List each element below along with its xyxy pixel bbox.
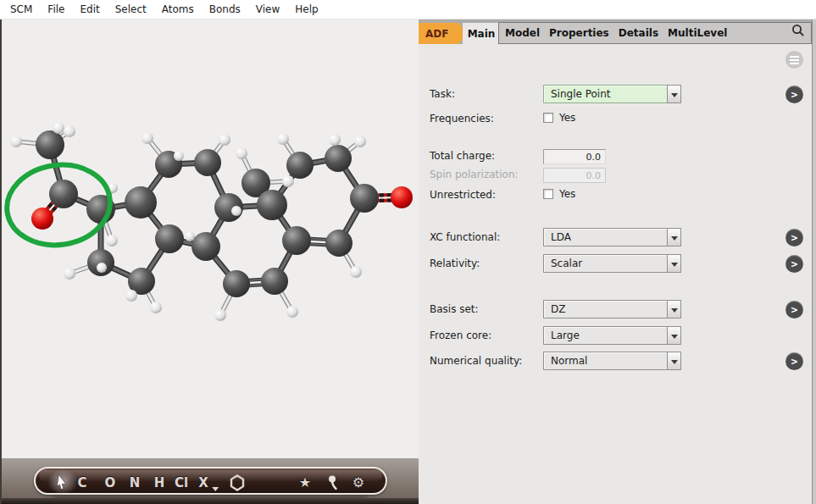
star-icon: ★ <box>299 474 311 490</box>
menu-item-scm[interactable]: SCM <box>3 1 40 18</box>
numerical-quality-details-arrow-button[interactable]: > <box>785 352 803 370</box>
basis-set-label: Basis set: <box>430 303 479 315</box>
hydrogen-atom[interactable] <box>174 151 184 161</box>
frozen-core-dropdown[interactable]: Large <box>543 326 681 345</box>
menu-item-view[interactable]: View <box>248 1 287 18</box>
tab-details[interactable]: Details <box>619 27 658 39</box>
hydrogen-atom[interactable] <box>53 122 64 134</box>
element-c-button[interactable]: C <box>77 468 86 496</box>
carbon-atom[interactable] <box>194 149 221 176</box>
hydrogen-atom[interactable] <box>231 206 241 216</box>
relativity-dropdown-arrow-icon[interactable] <box>667 254 681 273</box>
hydrogen-atom[interactable] <box>64 125 75 137</box>
carbon-atom[interactable] <box>192 232 220 261</box>
carbon-atom[interactable] <box>350 184 379 213</box>
hexagon-ring-icon <box>230 474 245 491</box>
frozen-core-dropdown-arrow-icon[interactable] <box>667 326 681 345</box>
carbon-atom[interactable] <box>36 130 64 159</box>
hydrogen-atom[interactable] <box>329 134 341 146</box>
oxygen-atom[interactable] <box>391 186 413 208</box>
menu-item-file[interactable]: File <box>40 1 72 18</box>
tab-main-active[interactable]: Main <box>463 23 500 44</box>
molecule-viewer[interactable]: CONHClX★⚙ <box>0 19 419 504</box>
menu-item-help[interactable]: Help <box>287 1 325 18</box>
hydrogen-atom[interactable] <box>185 231 195 241</box>
xc-functional-dropdown-arrow-icon[interactable] <box>667 228 681 246</box>
hydrogen-atom[interactable] <box>125 290 137 302</box>
search-key-button[interactable] <box>325 468 339 496</box>
menu-item-edit[interactable]: Edit <box>72 1 107 18</box>
tab-adf[interactable]: ADF <box>419 23 468 44</box>
numerical-quality-dropdown[interactable]: Normal <box>543 352 681 370</box>
ring-tool-button[interactable] <box>230 468 245 496</box>
unrestricted-checkbox[interactable] <box>543 189 553 199</box>
element-x-button[interactable]: X <box>198 468 208 496</box>
oxygen-atom[interactable] <box>31 208 53 230</box>
hydrogen-atom[interactable] <box>64 268 75 280</box>
unrestricted-checkrow: Yes <box>543 188 575 200</box>
carbon-atom[interactable] <box>325 145 352 172</box>
hydrogen-atom[interactable] <box>219 134 230 146</box>
carbon-atom[interactable] <box>282 226 311 255</box>
select-pointer-tool[interactable] <box>57 468 69 496</box>
carbon-atom[interactable] <box>325 230 352 257</box>
hydrogen-atom[interactable] <box>277 133 289 145</box>
element-cl-button[interactable]: Cl <box>175 468 188 496</box>
menu-bar: SCMFileEditSelectAtomsBondsViewHelp <box>0 0 816 19</box>
carbon-atom[interactable] <box>125 186 157 219</box>
basis-set-dropdown[interactable]: DZ <box>543 300 681 318</box>
main-tab-content: Task:Single Point>Frequencies:YesTotal c… <box>419 44 812 504</box>
element-n-button[interactable]: N <box>130 468 141 496</box>
hydrogen-atom[interactable] <box>214 309 226 321</box>
numerical-quality-dropdown-arrow-icon[interactable] <box>667 352 681 370</box>
carbon-atom[interactable] <box>261 268 288 295</box>
search-icon[interactable] <box>790 22 807 39</box>
relativity-details-arrow-button[interactable]: > <box>785 255 803 273</box>
element-o-button[interactable]: O <box>105 468 116 496</box>
hydrogen-atom[interactable] <box>282 175 294 187</box>
tab-multilevel[interactable]: MultiLevel <box>668 27 727 39</box>
task-dropdown-arrow-icon[interactable] <box>667 85 681 103</box>
menu-item-atoms[interactable]: Atoms <box>154 1 202 18</box>
element-h-button[interactable]: H <box>154 468 165 496</box>
hydrogen-atom[interactable] <box>286 306 298 318</box>
xc-functional-details-arrow-button[interactable]: > <box>785 229 803 246</box>
carbon-atom[interactable] <box>49 180 78 208</box>
hydrogen-atom[interactable] <box>350 266 362 278</box>
hydrogen-atom[interactable] <box>142 132 153 144</box>
tab-properties[interactable]: Properties <box>549 27 609 39</box>
hydrogen-atom[interactable] <box>236 147 247 159</box>
xc-functional-dropdown[interactable]: LDA <box>543 228 681 246</box>
hydrogen-atom[interactable] <box>150 302 162 313</box>
hydrogen-atom[interactable] <box>97 263 107 273</box>
carbon-atom[interactable] <box>257 190 287 220</box>
hydrogen-atom[interactable] <box>354 136 366 147</box>
carbon-atom[interactable] <box>286 152 314 179</box>
structures-star-button[interactable]: ★ <box>299 468 311 496</box>
molecule-canvas[interactable] <box>2 19 419 458</box>
key-icon <box>325 475 339 490</box>
element-dropdown-triangle-icon[interactable] <box>212 487 219 491</box>
task-dropdown[interactable]: Single Point <box>543 85 681 103</box>
carbon-atom[interactable] <box>223 270 250 297</box>
element-toolbar: CONHClX★⚙ <box>34 467 387 495</box>
basis-set-details-arrow-button[interactable]: > <box>785 301 803 318</box>
total-charge-input[interactable]: 0.0 <box>543 149 606 164</box>
tab-model[interactable]: Model <box>505 27 540 39</box>
relativity-dropdown[interactable]: Scalar <box>543 254 681 273</box>
frequencies-checkbox[interactable] <box>543 113 553 123</box>
hydrogen-atom[interactable] <box>106 235 118 246</box>
task-details-arrow-button[interactable]: > <box>785 86 803 103</box>
basis-set-dropdown-arrow-icon[interactable] <box>667 300 681 318</box>
numerical-quality-value: Normal <box>543 352 668 370</box>
menu-item-bonds[interactable]: Bonds <box>202 1 248 18</box>
menu-circle-button[interactable] <box>785 51 803 69</box>
spin-polarization-input: 0.0 <box>543 168 606 183</box>
element-o-button-label: O <box>105 475 116 490</box>
hydrogen-atom[interactable] <box>10 136 22 147</box>
settings-gear-button[interactable]: ⚙ <box>352 468 364 496</box>
xc-functional-label: XC functional: <box>430 231 500 243</box>
window-right-edge <box>813 19 816 504</box>
carbon-atom[interactable] <box>155 224 184 253</box>
menu-item-select[interactable]: Select <box>108 1 154 18</box>
